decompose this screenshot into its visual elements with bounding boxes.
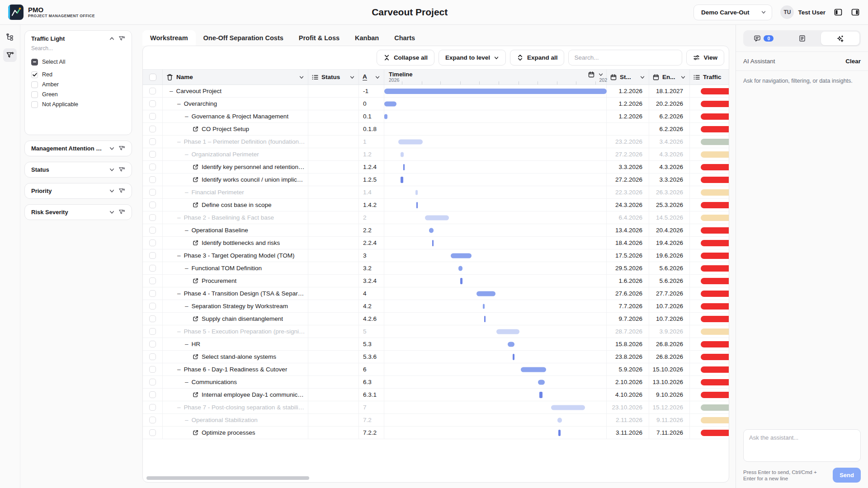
traffic-pill[interactable] <box>701 126 729 132</box>
tab-kanban[interactable]: Kanban <box>347 30 387 46</box>
filter-option-green[interactable]: Green <box>31 89 125 99</box>
end-date-cell[interactable]: 9.11.2026 <box>649 414 690 426</box>
start-date-cell[interactable]: 1.2.2026 <box>607 98 649 110</box>
expand-to-level-button[interactable]: Expand to level <box>439 50 506 66</box>
gantt-bar[interactable] <box>425 215 449 220</box>
end-date-cell[interactable]: 6.2.2026 <box>649 110 690 122</box>
traffic-cell[interactable] <box>690 351 729 363</box>
start-date-cell[interactable]: 2.11.2026 <box>607 414 649 426</box>
task-name-cell[interactable]: Identify bottlenecks and risks <box>163 237 308 249</box>
timeline-cell[interactable] <box>384 376 607 388</box>
collapse-toggle[interactable]: – <box>185 113 189 120</box>
filter-option-red[interactable]: Red <box>31 70 125 80</box>
task-name-cell[interactable]: –Overarching <box>163 98 308 110</box>
tree-view-icon[interactable] <box>3 30 17 44</box>
tab-charts[interactable]: Charts <box>387 30 423 46</box>
task-name-cell[interactable]: –Operational Stabilization <box>163 414 308 426</box>
task-name-cell[interactable]: –Carveout Project <box>163 85 308 97</box>
traffic-pill[interactable] <box>701 366 729 373</box>
traffic-cell[interactable] <box>690 300 729 312</box>
filter-option-amber[interactable]: Amber <box>31 80 125 89</box>
task-name-cell[interactable]: Supply chain disentanglement <box>163 313 308 325</box>
chevron-down-icon[interactable] <box>375 75 380 80</box>
traffic-pill[interactable] <box>701 215 729 221</box>
external-link-icon[interactable] <box>193 392 198 398</box>
select-all-option[interactable]: Select All <box>31 57 125 67</box>
task-name-cell[interactable]: –Phase 5 - Execution Preparation (pre-si… <box>163 325 308 338</box>
timeline-cell[interactable] <box>384 211 607 224</box>
status-cell[interactable] <box>308 148 359 160</box>
status-cell[interactable] <box>308 300 359 312</box>
traffic-pill[interactable] <box>701 291 729 297</box>
start-date-cell[interactable]: 3.11.2026 <box>607 427 649 439</box>
chevron-down-icon[interactable] <box>680 75 686 80</box>
status-cell[interactable] <box>308 110 359 122</box>
task-name-cell[interactable]: –Organizational Perimeter <box>163 148 308 160</box>
traffic-pill[interactable] <box>701 240 729 246</box>
gantt-bar[interactable] <box>415 190 418 195</box>
option-checkbox[interactable] <box>31 81 38 88</box>
collapse-toggle[interactable]: – <box>185 341 189 347</box>
end-date-cell[interactable]: 25.3.2026 <box>649 199 690 211</box>
timeline-cell[interactable] <box>384 363 607 375</box>
row-checkbox[interactable] <box>149 328 156 335</box>
end-date-cell[interactable]: 27.7.2026 <box>649 287 690 300</box>
timeline-cell[interactable] <box>384 136 607 148</box>
task-name-cell[interactable]: Identify key personnel and retention nee… <box>163 161 308 173</box>
status-cell[interactable] <box>308 123 359 135</box>
collapse-toggle[interactable]: – <box>185 151 189 158</box>
gantt-bar[interactable] <box>513 354 514 360</box>
task-name-cell[interactable]: –Functional TOM Definition <box>163 262 308 274</box>
gantt-bar[interactable] <box>539 392 542 398</box>
row-checkbox[interactable] <box>149 404 156 411</box>
user-menu[interactable]: TU Test User <box>780 5 826 19</box>
status-cell[interactable] <box>308 186 359 198</box>
ai-assistant-tab[interactable] <box>821 32 859 45</box>
traffic-pill[interactable] <box>701 430 729 436</box>
start-date-cell[interactable]: 22.3.2026 <box>607 186 649 198</box>
traffic-pill[interactable] <box>701 139 729 145</box>
gantt-bar[interactable] <box>521 367 546 372</box>
row-checkbox[interactable] <box>149 189 156 196</box>
status-cell[interactable] <box>308 161 359 173</box>
timeline-cell[interactable] <box>384 123 607 135</box>
collapse-toggle[interactable]: – <box>177 366 181 373</box>
row-checkbox[interactable] <box>149 88 156 94</box>
filter-clear-icon[interactable] <box>118 166 125 173</box>
gantt-bar[interactable] <box>458 266 463 271</box>
row-checkbox[interactable] <box>149 429 156 436</box>
end-date-cell[interactable]: 26.3.2026 <box>649 186 690 198</box>
end-date-cell[interactable]: 7.11.2026 <box>649 427 690 439</box>
traffic-pill[interactable] <box>701 151 729 158</box>
gantt-bar[interactable] <box>403 164 405 170</box>
task-name-cell[interactable]: –Operational Baseline <box>163 224 308 236</box>
row-checkbox[interactable] <box>149 366 156 373</box>
row-checkbox[interactable] <box>149 176 156 183</box>
filter-plus-icon[interactable] <box>3 48 17 62</box>
row-checkbox[interactable] <box>149 202 156 208</box>
collapse-toggle[interactable]: – <box>177 290 181 297</box>
traffic-pill[interactable] <box>701 227 729 234</box>
delete-icon[interactable] <box>166 74 173 81</box>
task-name-cell[interactable]: –Phase 2 - Baselining & Fact base <box>163 211 308 224</box>
traffic-cell[interactable] <box>690 110 729 122</box>
option-checkbox[interactable] <box>31 71 38 78</box>
row-checkbox[interactable] <box>149 227 156 234</box>
external-link-icon[interactable] <box>193 177 198 183</box>
timeline-cell[interactable] <box>384 186 607 198</box>
option-checkbox[interactable] <box>31 101 38 108</box>
end-date-cell[interactable]: 10.7.2026 <box>649 313 690 325</box>
status-cell[interactable] <box>308 136 359 148</box>
status-cell[interactable] <box>308 275 359 287</box>
traffic-pill[interactable] <box>701 177 729 183</box>
end-date-cell[interactable]: 3.9.2026 <box>649 325 690 338</box>
traffic-pill[interactable] <box>701 404 729 411</box>
start-date-cell[interactable]: 1.2.2026 <box>607 110 649 122</box>
traffic-cell[interactable] <box>690 262 729 274</box>
gantt-bar[interactable] <box>476 291 495 296</box>
collapse-toggle[interactable]: – <box>177 404 181 411</box>
option-checkbox[interactable] <box>31 91 38 98</box>
gantt-bar[interactable] <box>551 405 585 410</box>
traffic-cell[interactable] <box>690 389 729 401</box>
row-checkbox[interactable] <box>149 417 156 423</box>
